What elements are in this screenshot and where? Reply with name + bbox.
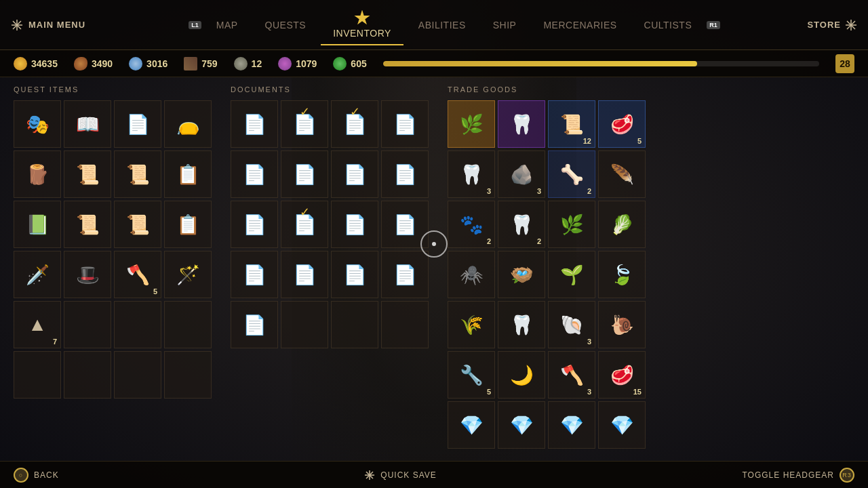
trade-item-slot[interactable]: 💎: [598, 401, 646, 449]
leather-currency: 3490: [74, 57, 113, 70]
trade-item-slot[interactable]: 🕷️: [448, 251, 495, 298]
main-menu-button[interactable]: MAIN MENU: [11, 19, 106, 31]
quest-item-slot[interactable]: 🪄: [164, 251, 212, 298]
quest-item-slot[interactable]: 🗡️: [14, 251, 61, 298]
document-slot[interactable]: 📄: [281, 150, 328, 198]
document-slot[interactable]: 📄: [231, 100, 278, 148]
quest-item-slot[interactable]: [164, 351, 212, 399]
trade-item-slot[interactable]: 🌙: [498, 351, 545, 399]
gem-currency: 1079: [278, 57, 317, 70]
tab-abilities[interactable]: Abilities: [406, 14, 478, 36]
document-slot[interactable]: 📄: [231, 150, 278, 198]
document-slot[interactable]: [331, 301, 378, 348]
document-slot[interactable]: 📄: [381, 150, 429, 198]
quest-item-slot[interactable]: 📜: [64, 150, 111, 198]
quest-item-slot[interactable]: [14, 351, 61, 399]
l1-badge: L1: [189, 21, 201, 29]
trade-item-slot[interactable]: 💎: [448, 401, 495, 449]
quest-item-slot[interactable]: [64, 351, 111, 399]
quick-save-action[interactable]: QUICK SAVE: [364, 470, 436, 481]
currency-bar: 34635 3490 3016 759 12 1079 605 28: [0, 50, 868, 77]
document-slot[interactable]: 📄: [231, 201, 278, 248]
document-slot[interactable]: 📄: [331, 201, 378, 248]
main-content: QUEST ITEMS 🎭📖📄👝🪵📜📜📋📗📜📜📋🗡️🎩🪓5🪄▲7 DOCUMEN…: [0, 77, 868, 461]
wood-icon: [184, 57, 197, 70]
quest-item-slot[interactable]: [164, 301, 212, 348]
trade-item-slot[interactable]: 🌿: [548, 201, 595, 248]
document-slot[interactable]: 📄: [381, 251, 429, 298]
quest-item-slot[interactable]: [64, 301, 111, 348]
quest-item-slot[interactable]: 📖: [64, 100, 111, 148]
quest-item-slot[interactable]: 📜: [114, 201, 161, 248]
quest-item-slot[interactable]: 📜: [64, 201, 111, 248]
back-action[interactable]: ○ BACK: [14, 468, 59, 483]
trade-item-slot[interactable]: 🦷: [498, 100, 545, 148]
trade-item-slot[interactable]: 🪶: [598, 150, 646, 198]
xp-fill: [383, 61, 697, 66]
tab-map[interactable]: Map: [204, 14, 250, 36]
trade-item-slot[interactable]: 🥩5: [598, 100, 646, 148]
tab-cultists[interactable]: Cultists: [632, 14, 705, 36]
document-slot[interactable]: 📄: [281, 251, 328, 298]
trade-item-slot[interactable]: 🍃: [598, 251, 646, 298]
quest-item-slot[interactable]: [114, 351, 161, 399]
quest-item-slot[interactable]: 📄: [114, 100, 161, 148]
quest-item-slot[interactable]: [114, 301, 161, 348]
tab-mercenaries[interactable]: Mercenaries: [531, 14, 629, 36]
document-slot[interactable]: 📄: [231, 301, 278, 348]
trade-item-slot[interactable]: 🦷3: [448, 150, 495, 198]
trade-item-slot[interactable]: 🐾2: [448, 201, 495, 248]
tab-ship[interactable]: Ship: [481, 14, 529, 36]
quest-item-slot[interactable]: 🎩: [64, 251, 111, 298]
document-slot[interactable]: 📄: [331, 150, 378, 198]
gold-icon: [14, 57, 27, 70]
trade-item-slot[interactable]: 💎: [548, 401, 595, 449]
quest-item-slot[interactable]: 🪓5: [114, 251, 161, 298]
quest-item-slot[interactable]: 📜: [114, 150, 161, 198]
trade-item-slot[interactable]: 🐚3: [548, 301, 595, 348]
document-slot[interactable]: 📄✓: [331, 100, 378, 148]
trade-item-slot[interactable]: 🪓3: [548, 351, 595, 399]
quest-item-slot[interactable]: 📋: [164, 201, 212, 248]
trade-item-slot[interactable]: 🦷: [498, 301, 545, 348]
trade-item-slot[interactable]: 🦴2: [548, 150, 595, 198]
trade-item-slot[interactable]: 🪨3: [498, 150, 545, 198]
trade-item-slot[interactable]: 🦷2: [498, 201, 545, 248]
document-slot[interactable]: 📄: [381, 100, 429, 148]
document-slot[interactable]: 📄✓: [281, 100, 328, 148]
back-circle-btn[interactable]: ○: [14, 468, 28, 483]
trade-item-slot[interactable]: 🌿: [448, 100, 495, 148]
quest-item-slot[interactable]: ▲7: [14, 301, 61, 348]
trade-goods-grid: 🌿🦷📜12🥩5🦷3🪨3🦴2🪶🐾2🦷2🌿🥬🕷️🪺🌱🍃🌾🦷🐚3🐌🔧5🌙🪓3🥩15💎💎…: [448, 100, 854, 449]
documents-grid: 📄📄✓📄✓📄📄📄📄📄📄📄✓📄📄📄📄📄📄📄: [231, 100, 434, 399]
toggle-headgear-action[interactable]: TOGGLE HEADGEAR R3: [743, 468, 854, 483]
documents-section: DOCUMENTS 📄📄✓📄✓📄📄📄📄📄📄📄✓📄📄📄📄📄📄📄: [231, 85, 434, 461]
trade-item-slot[interactable]: 🌾: [448, 301, 495, 348]
trade-goods-section: TRADE GOODS 🌿🦷📜12🥩5🦷3🪨3🦴2🪶🐾2🦷2🌿🥬🕷️🪺🌱🍃🌾🦷🐚…: [448, 85, 854, 461]
quest-item-slot[interactable]: 👝: [164, 100, 212, 148]
document-slot[interactable]: 📄: [331, 251, 378, 298]
tab-inventory[interactable]: Inventory: [321, 5, 403, 45]
quest-item-slot[interactable]: 🪵: [14, 150, 61, 198]
inventory-icon: [354, 10, 370, 26]
quest-item-slot[interactable]: 📗: [14, 201, 61, 248]
quest-item-slot[interactable]: 🎭: [14, 100, 61, 148]
document-slot[interactable]: 📄: [381, 201, 429, 248]
store-button[interactable]: STORE: [803, 19, 857, 31]
document-slot[interactable]: [281, 301, 328, 348]
tab-quests[interactable]: Quests: [253, 14, 319, 36]
document-slot[interactable]: 📄: [231, 251, 278, 298]
trade-item-slot[interactable]: 🪺: [498, 251, 545, 298]
trade-item-slot[interactable]: 🥬: [598, 201, 646, 248]
document-slot[interactable]: 📄✓: [281, 201, 328, 248]
toggle-headgear-btn[interactable]: R3: [840, 468, 854, 483]
document-slot[interactable]: [381, 301, 429, 348]
trade-item-slot[interactable]: 🔧5: [448, 351, 495, 399]
trade-item-slot[interactable]: 🐌: [598, 301, 646, 348]
quest-items-title: QUEST ITEMS: [14, 85, 217, 94]
quest-item-slot[interactable]: 📋: [164, 150, 212, 198]
trade-item-slot[interactable]: 💎: [498, 401, 545, 449]
trade-item-slot[interactable]: 📜12: [548, 100, 595, 148]
trade-item-slot[interactable]: 🌱: [548, 251, 595, 298]
trade-item-slot[interactable]: 🥩15: [598, 351, 646, 399]
